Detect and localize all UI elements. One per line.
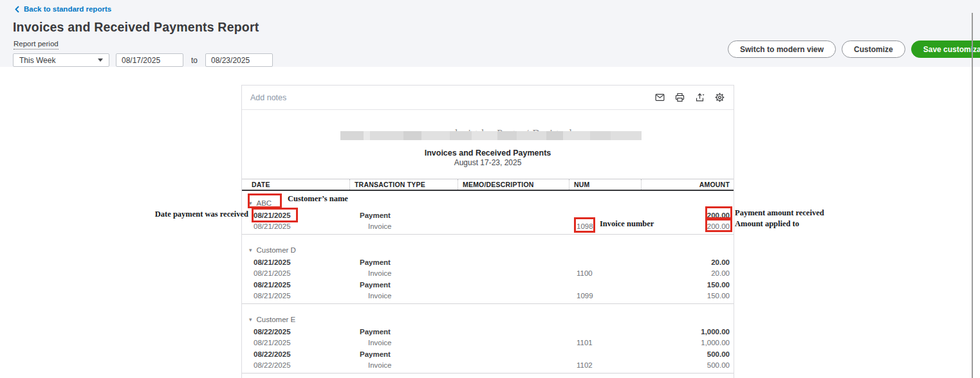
cell-date: 08/21/2025 (242, 292, 349, 300)
cell-type: Invoice (349, 292, 458, 300)
table-row[interactable]: 08/21/2025 Payment 200.00 (242, 210, 734, 221)
email-icon[interactable] (654, 92, 665, 103)
section-divider (242, 234, 734, 235)
column-header-date: DATE (242, 179, 349, 190)
cell-type: Payment (349, 350, 458, 358)
report-period-select[interactable]: This Week (13, 53, 109, 67)
annotation-label-invoice-number: Invoice number (600, 219, 654, 229)
to-label: to (191, 56, 198, 65)
table-row[interactable]: 08/22/2025 Payment 500.00 (242, 348, 734, 360)
table-row[interactable]: 08/21/2025 Invoice 1100 20.00 (242, 268, 734, 280)
table-row[interactable]: 08/22/2025 Invoice 1102 500.00 (242, 360, 734, 372)
section-divider (242, 373, 734, 374)
chevron-down-icon (98, 59, 103, 62)
switch-to-modern-view-button[interactable]: Switch to modern view (728, 40, 836, 58)
cell-type: Payment (349, 281, 458, 289)
report-period-value: This Week (19, 56, 55, 65)
annotation-label-amount-applied: Amount applied to (735, 219, 799, 229)
column-header-amount: AMOUNT (641, 179, 734, 190)
group-name: Customer E (257, 316, 296, 323)
vertical-scrollbar[interactable] (972, 13, 973, 378)
customize-button[interactable]: Customize (842, 40, 905, 58)
cell-date: 08/21/2025 (242, 281, 349, 289)
annotation-box-customer-name (248, 194, 282, 208)
report-table: DATE TRANSACTION TYPE MEMO/DESCRIPTION N… (242, 179, 734, 374)
page-title: Invoices and Received Payments Report (13, 20, 259, 35)
add-notes-link[interactable]: Add notes (250, 93, 286, 102)
cell-amount: 20.00 (641, 258, 734, 266)
cell-amount: 150.00 (641, 292, 734, 300)
cell-num: 1099 (569, 292, 641, 300)
cell-date: 08/21/2025 (242, 222, 349, 230)
group-header-customer-e[interactable]: ▾ Customer E (242, 313, 734, 326)
annotation-label-payment-date: Date payment was received (155, 210, 248, 219)
cell-date: 08/22/2025 (242, 328, 349, 336)
annotation-label-customer-name: Customer’s name (288, 194, 348, 204)
redacted-company-name: l ith P t /D 't l (340, 129, 642, 142)
cell-date: 08/21/2025 (242, 258, 349, 266)
date-to-input[interactable] (205, 53, 273, 67)
cell-type: Payment (349, 258, 458, 266)
cell-amount: 150.00 (641, 281, 734, 289)
cell-amount: 1,000.00 (641, 339, 734, 346)
report-card: Add notes l ith P t /D 't l (241, 85, 734, 378)
export-icon[interactable] (694, 92, 705, 103)
table-row[interactable]: 08/21/2025 Invoice 1098 200.00 (242, 221, 734, 233)
cell-type: Payment (349, 212, 458, 219)
column-header-num: NUM (569, 179, 641, 190)
group-header-customer-d[interactable]: ▾ Customer D (242, 244, 734, 256)
table-row[interactable]: 08/21/2025 Payment 150.00 (242, 279, 734, 291)
column-header-memo: MEMO/DESCRIPTION (458, 179, 569, 190)
cell-date: 08/21/2025 (242, 339, 349, 346)
report-period-label: Report period (14, 40, 59, 50)
back-to-standard-reports-link[interactable]: Back to standard reports (14, 5, 111, 13)
table-row[interactable]: 08/21/2025 Invoice 1101 1,000.00 (242, 338, 734, 349)
cell-amount: 1,000.00 (641, 328, 734, 336)
cell-date: 08/21/2025 (242, 269, 349, 277)
cell-amount: 500.00 (641, 350, 734, 358)
table-row[interactable]: 08/21/2025 Payment 20.00 (242, 256, 734, 268)
notes-bar: Add notes (242, 86, 734, 110)
annotation-box-payment-date (252, 208, 298, 222)
collapse-triangle-icon: ▾ (249, 317, 252, 323)
table-row[interactable]: 08/21/2025 Invoice 1099 150.00 (242, 291, 734, 302)
annotation-label-payment-amount: Payment amount received (735, 208, 824, 218)
cell-type: Invoice (349, 361, 458, 369)
table-row[interactable]: 08/22/2025 Payment 1,000.00 (242, 326, 734, 338)
report-toolbar-icons (654, 92, 725, 103)
cell-amount: 20.00 (641, 269, 734, 277)
cell-num: 1102 (569, 361, 641, 369)
save-customization-button[interactable]: Save customization (911, 40, 980, 58)
report-period-controls: This Week to (13, 53, 273, 67)
cell-date: 08/22/2025 (242, 361, 349, 369)
cell-type: Invoice (349, 339, 458, 346)
report-title: Invoices and Received Payments (242, 148, 734, 158)
settings-gear-icon[interactable] (714, 92, 725, 103)
cell-num: 1100 (569, 269, 641, 277)
chevron-left-icon (14, 6, 20, 13)
cell-amount: 500.00 (641, 361, 734, 369)
cell-num: 1101 (569, 339, 641, 346)
header-actions: Switch to modern view Customize Save cus… (728, 40, 980, 58)
annotation-box-payment-amount (705, 206, 732, 219)
print-icon[interactable] (674, 92, 685, 103)
annotation-box-amount-applied (705, 219, 732, 232)
column-header-transaction-type: TRANSACTION TYPE (349, 179, 458, 190)
collapse-triangle-icon: ▾ (249, 248, 252, 253)
table-header-row: DATE TRANSACTION TYPE MEMO/DESCRIPTION N… (242, 179, 734, 191)
report-date-range: August 17-23, 2025 (242, 158, 734, 167)
date-from-input[interactable] (116, 53, 183, 67)
annotation-box-invoice-number (574, 217, 595, 233)
cell-type: Invoice (349, 269, 458, 277)
group-name: Customer D (257, 246, 296, 254)
cell-type: Invoice (349, 222, 458, 230)
cell-date: 08/22/2025 (242, 350, 349, 358)
cell-type: Payment (349, 328, 458, 336)
section-divider (242, 303, 734, 304)
back-link-label: Back to standard reports (24, 5, 111, 13)
